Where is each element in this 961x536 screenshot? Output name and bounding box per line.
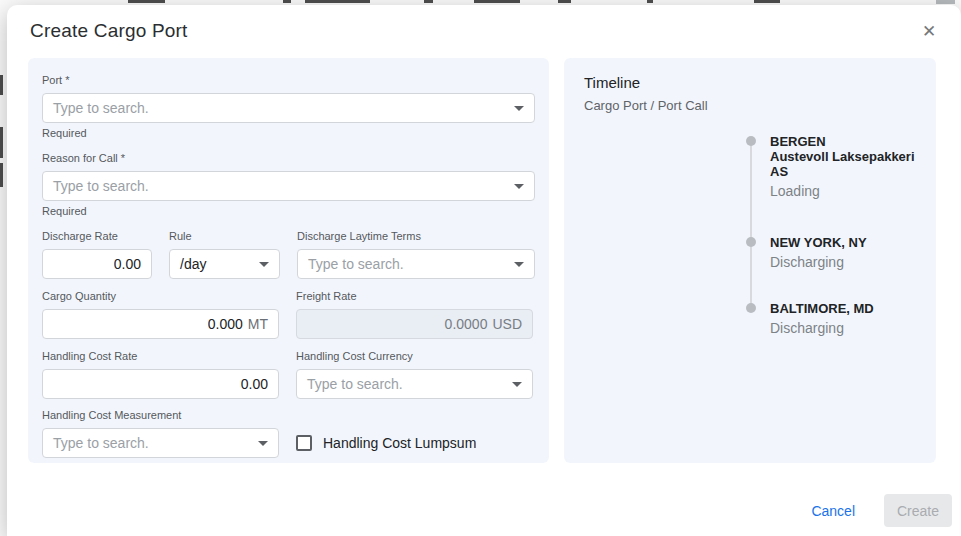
handling-cost-currency-field-group: Handling Cost Currency Type to search. — [296, 350, 533, 399]
timeline-entry-baltimore: BALTIMORE, MD Discharging — [746, 301, 916, 337]
cargo-port-form: Port * Type to search. Required Reason f… — [28, 58, 549, 463]
rule-field-group: Rule /day — [169, 230, 280, 279]
chevron-down-icon — [514, 184, 524, 189]
cargo-quantity-value: 0.000 — [208, 316, 243, 332]
discharge-rate-field-group: Discharge Rate 0.00 — [42, 230, 152, 279]
cargo-quantity-unit: MT — [248, 316, 268, 332]
timeline-entry-new-york: NEW YORK, NY Discharging — [746, 235, 916, 271]
quantity-freight-row: Cargo Quantity 0.000 MT Freight Rate 0.0… — [42, 290, 535, 339]
rule-label: Rule — [169, 230, 280, 243]
handling-cost-row: Handling Cost Rate 0.00 Handling Cost Cu… — [42, 350, 535, 399]
handling-cost-lumpsum-label: Handling Cost Lumpsum — [323, 435, 476, 451]
handling-cost-currency-label: Handling Cost Currency — [296, 350, 533, 363]
background-artifact — [305, 0, 370, 3]
discharge-laytime-terms-input[interactable]: Type to search. — [297, 249, 535, 279]
timeline-subtitle: Cargo Port / Port Call — [584, 98, 916, 113]
handling-cost-measurement-label: Handling Cost Measurement — [42, 409, 279, 422]
port-label: Port * — [42, 74, 535, 87]
timeline-list: BERGEN Austevoll Laksepakkeri AS Loading… — [746, 134, 916, 337]
discharge-rate-label: Discharge Rate — [42, 230, 152, 243]
timeline-title: Timeline — [584, 74, 916, 91]
timeline-call-reason: Loading — [770, 183, 916, 200]
page-background: { "dialog": { "title": "Create Cargo Por… — [0, 0, 961, 536]
reason-for-call-required-helper: Required — [42, 205, 535, 218]
cancel-button[interactable]: Cancel — [809, 497, 857, 525]
background-artifact — [128, 0, 165, 3]
freight-rate-unit: USD — [492, 316, 522, 332]
timeline-port-name: BALTIMORE, MD — [770, 301, 916, 316]
timeline-dot-icon — [746, 237, 756, 247]
handling-cost-currency-input[interactable]: Type to search. — [296, 369, 533, 399]
background-artifact — [0, 75, 3, 95]
rule-select[interactable]: /day — [169, 249, 280, 279]
timeline-entry-bergen: BERGEN Austevoll Laksepakkeri AS Loading — [746, 134, 916, 200]
checkbox-unchecked-icon[interactable] — [296, 435, 312, 451]
measurement-lumpsum-row: Handling Cost Measurement Type to search… — [42, 409, 535, 458]
rule-value: /day — [180, 256, 251, 272]
timeline-call-reason: Discharging — [770, 320, 916, 337]
timeline-port-detail: Austevoll Laksepakkeri AS — [770, 149, 916, 179]
handling-cost-currency-placeholder: Type to search. — [307, 376, 504, 392]
discharge-rate-input[interactable]: 0.00 — [42, 249, 152, 279]
timeline-panel: Timeline Cargo Port / Port Call BERGEN A… — [564, 58, 936, 463]
freight-rate-field-group: Freight Rate 0.0000 USD — [296, 290, 533, 339]
discharge-laytime-terms-label: Discharge Laytime Terms — [297, 230, 535, 243]
discharge-row: Discharge Rate 0.00 Rule /day Discharge … — [42, 230, 535, 279]
handling-cost-rate-value: 0.00 — [241, 376, 268, 392]
freight-rate-input: 0.0000 USD — [296, 309, 533, 339]
handling-cost-rate-input[interactable]: 0.00 — [42, 369, 279, 399]
reason-for-call-input[interactable]: Type to search. — [42, 171, 535, 201]
timeline-port-name: NEW YORK, NY — [770, 235, 916, 250]
handling-cost-measurement-field-group: Handling Cost Measurement Type to search… — [42, 409, 279, 458]
timeline-entry-text: BERGEN Austevoll Laksepakkeri AS Loading — [770, 134, 916, 200]
timeline-dot-icon — [746, 136, 756, 146]
reason-for-call-placeholder: Type to search. — [53, 178, 506, 194]
port-input[interactable]: Type to search. — [42, 93, 535, 123]
discharge-rate-value: 0.00 — [114, 256, 141, 272]
dialog-header: Create Cargo Port ✕ — [7, 5, 961, 58]
freight-rate-label: Freight Rate — [296, 290, 533, 303]
chevron-down-icon — [258, 441, 268, 446]
background-artifact — [558, 0, 571, 3]
handling-cost-measurement-input[interactable]: Type to search. — [42, 428, 279, 458]
discharge-laytime-terms-field-group: Discharge Laytime Terms Type to search. — [297, 230, 535, 279]
port-placeholder: Type to search. — [53, 100, 506, 116]
timeline-port-name: BERGEN — [770, 134, 916, 149]
background-artifact — [647, 0, 653, 3]
cargo-quantity-label: Cargo Quantity — [42, 290, 279, 303]
timeline-entry-text: BALTIMORE, MD Discharging — [770, 301, 916, 337]
cargo-quantity-input[interactable]: 0.000 MT — [42, 309, 279, 339]
background-artifact — [424, 0, 433, 3]
chevron-down-icon — [512, 382, 522, 387]
dialog-footer: Cancel Create — [7, 494, 961, 527]
reason-for-call-field-group: Reason for Call * Type to search. Requir… — [42, 152, 535, 218]
port-required-helper: Required — [42, 127, 535, 140]
background-artifact — [0, 127, 3, 158]
reason-for-call-label: Reason for Call * — [42, 152, 535, 165]
create-cargo-port-dialog: Create Cargo Port ✕ Port * Type to searc… — [7, 5, 961, 536]
discharge-laytime-terms-placeholder: Type to search. — [308, 256, 506, 272]
background-artifact — [474, 0, 520, 3]
handling-cost-rate-field-group: Handling Cost Rate 0.00 — [42, 350, 279, 399]
background-artifact — [754, 0, 780, 3]
timeline-entry-text: NEW YORK, NY Discharging — [770, 235, 916, 271]
background-artifact — [0, 163, 3, 187]
background-artifact — [283, 0, 291, 3]
chevron-down-icon — [514, 262, 524, 267]
handling-cost-measurement-placeholder: Type to search. — [53, 435, 250, 451]
chevron-down-icon — [514, 106, 524, 111]
dialog-content: Port * Type to search. Required Reason f… — [7, 58, 961, 463]
chevron-down-icon — [259, 262, 269, 267]
timeline-dot-icon — [746, 303, 756, 313]
dialog-title: Create Cargo Port — [30, 20, 931, 42]
freight-rate-value: 0.0000 — [445, 316, 488, 332]
close-icon[interactable]: ✕ — [917, 19, 941, 43]
handling-cost-lumpsum-checkbox-row[interactable]: Handling Cost Lumpsum — [296, 435, 476, 451]
handling-cost-rate-label: Handling Cost Rate — [42, 350, 279, 363]
background-artifact — [936, 0, 955, 4]
create-button[interactable]: Create — [884, 494, 952, 527]
port-field-group: Port * Type to search. Required — [42, 74, 535, 140]
cargo-quantity-field-group: Cargo Quantity 0.000 MT — [42, 290, 279, 339]
timeline-call-reason: Discharging — [770, 254, 916, 271]
